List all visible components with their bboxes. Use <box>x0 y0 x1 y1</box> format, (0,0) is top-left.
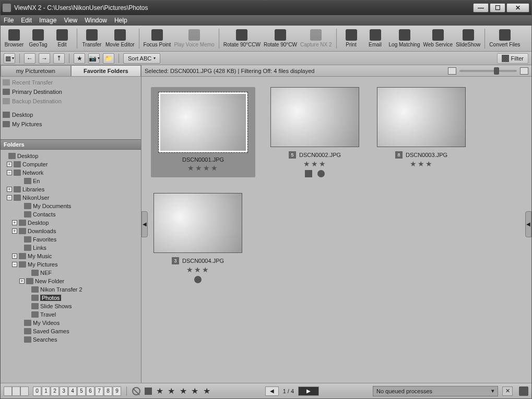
zoom-small-icon[interactable] <box>448 67 456 75</box>
tree-my-videos[interactable]: My Videos <box>2 319 140 327</box>
tree-my-music[interactable]: +My Music <box>2 252 140 260</box>
nav-back-button[interactable]: ← <box>24 53 36 64</box>
maximize-button[interactable]: ☐ <box>490 3 505 13</box>
rating-stars[interactable]: ★ ★ ★ ★ ★ <box>156 386 211 396</box>
expand-icon[interactable]: + <box>7 187 12 192</box>
tree-network[interactable]: −Network <box>2 168 140 177</box>
zoom-large-icon[interactable] <box>520 67 528 75</box>
clear-rating-icon[interactable] <box>132 387 140 395</box>
left-panel-handle[interactable]: ◀ <box>141 211 148 237</box>
tab-picturetown[interactable]: my Picturetown <box>1 65 71 77</box>
folder-action-button[interactable]: 📷 <box>88 53 100 64</box>
process-queue[interactable]: No queued processes▾ <box>373 386 498 396</box>
label-number-5[interactable]: 5 <box>77 386 86 396</box>
tree-libraries[interactable]: +Libraries <box>2 185 140 194</box>
expand-icon[interactable]: + <box>19 279 25 284</box>
tree-nikonuser[interactable]: −NikonUser <box>2 194 140 202</box>
print-button[interactable]: Print <box>341 27 362 51</box>
thumbnail-image[interactable] <box>153 193 242 253</box>
menu-window[interactable]: Window <box>85 17 107 24</box>
tree-nef[interactable]: NEF <box>2 269 140 277</box>
thumbnail-image[interactable] <box>270 87 359 147</box>
focus-point-button[interactable]: Focus Point <box>144 27 171 51</box>
label-number-8[interactable]: 8 <box>104 386 112 396</box>
thumbnail-card[interactable]: 5DSCN0002.JPG★★★ <box>268 87 362 177</box>
collapse-icon[interactable]: − <box>7 195 12 200</box>
expand-icon[interactable]: + <box>12 253 17 259</box>
label-number-1[interactable]: 1 <box>42 386 50 396</box>
nav-forward-button[interactable]: → <box>39 53 50 64</box>
right-panel-handle[interactable]: ◀ <box>525 211 531 237</box>
tab-favorite-folders[interactable]: Favorite Folders <box>71 65 141 77</box>
tree-desktop[interactable]: Desktop <box>2 152 140 160</box>
convert-files-button[interactable]: Convert Files <box>489 27 520 51</box>
view-mode-button[interactable]: ▦ <box>4 53 15 64</box>
tree-travel[interactable]: Travel <box>2 310 140 319</box>
movie-editor-button[interactable]: Movie Editor <box>105 27 135 51</box>
slider-thumb[interactable] <box>494 67 499 75</box>
collapse-icon[interactable]: − <box>7 170 12 175</box>
expand-icon[interactable]: + <box>7 162 12 167</box>
expand-icon[interactable]: + <box>12 228 17 234</box>
thumbnail-card[interactable]: 8DSCN0003.JPG★★★ <box>374 87 468 177</box>
label-number-9[interactable]: 9 <box>113 386 121 396</box>
filter-button[interactable]: Filter <box>497 53 528 64</box>
thumbnail-image[interactable] <box>159 92 247 152</box>
email-button[interactable]: Email <box>365 27 386 51</box>
fav-desktop[interactable]: Desktop <box>3 110 139 119</box>
browser-button[interactable]: Browser <box>4 27 25 51</box>
tree-photos[interactable]: Photos <box>2 294 140 302</box>
trash-rating-icon[interactable] <box>145 388 152 395</box>
label-number-0[interactable]: 0 <box>33 386 41 396</box>
thumbnail-card[interactable]: 3DSCN0004.JPG★★★ <box>151 193 245 283</box>
menu-image[interactable]: Image <box>39 17 56 24</box>
fav-my-pictures[interactable]: My Pictures <box>3 119 139 129</box>
zoom-slider[interactable] <box>459 70 517 72</box>
transfer-button[interactable]: Transfer <box>81 27 102 51</box>
label-number-3[interactable]: 3 <box>60 386 68 396</box>
tree-searches[interactable]: Searches <box>2 335 140 344</box>
label-number-4[interactable]: 4 <box>68 386 77 396</box>
slideshow-button[interactable]: SlideShow <box>456 27 480 51</box>
tree-my-pictures[interactable]: −My Pictures <box>2 260 140 269</box>
web-service-button[interactable]: Web Service <box>423 27 453 51</box>
menu-file[interactable]: File <box>4 17 14 24</box>
edit-button[interactable]: Edit <box>52 27 73 51</box>
tree-saved-games[interactable]: Saved Games <box>2 327 140 335</box>
menu-help[interactable]: Help <box>114 17 127 24</box>
fav-primary-destination[interactable]: Primary Destination <box>3 87 139 96</box>
tree-computer[interactable]: +Computer <box>2 160 140 168</box>
geotag-button[interactable]: GeoTag <box>28 27 49 51</box>
sort-button[interactable]: Sort ABC <box>123 53 160 64</box>
tree-contacts[interactable]: Contacts <box>2 210 140 219</box>
tree-favorites[interactable]: Favorites <box>2 235 140 244</box>
nav-up-button[interactable]: ⤒ <box>53 53 65 64</box>
trash-button[interactable] <box>519 386 528 396</box>
collapse-icon[interactable]: − <box>12 262 17 267</box>
tree-desktop2[interactable]: +Desktop <box>2 219 140 227</box>
thumbnail-card[interactable]: DSCN0001.JPG★★★★ <box>151 87 255 177</box>
tree-links[interactable]: Links <box>2 244 140 252</box>
pager-prev[interactable]: ◀ <box>265 386 279 396</box>
tree-my-documents[interactable]: My Documents <box>2 202 140 210</box>
tree-en[interactable]: En <box>2 177 140 185</box>
label-segments[interactable] <box>4 386 29 396</box>
log-matching-button[interactable]: Log Matching <box>389 27 420 51</box>
pager-play[interactable]: ▶ <box>298 386 319 396</box>
new-folder-button[interactable]: 📁 <box>103 53 114 64</box>
thumbnail-image[interactable] <box>377 87 466 147</box>
rotate-ccw-button[interactable]: Rotate 90°CCW <box>223 27 261 51</box>
tree-nikon-transfer[interactable]: Nikon Transfer 2 <box>2 285 140 294</box>
menu-edit[interactable]: Edit <box>21 17 32 24</box>
queue-cancel-button[interactable]: ✕ <box>502 386 513 396</box>
tree-slide-shows[interactable]: Slide Shows <box>2 302 140 310</box>
rotate-cw-button[interactable]: Rotate 90°CW <box>264 27 297 51</box>
minimize-button[interactable]: — <box>473 3 489 13</box>
label-number-6[interactable]: 6 <box>86 386 94 396</box>
tree-downloads[interactable]: +Downloads <box>2 227 140 235</box>
tree-new-folder[interactable]: +New Folder <box>2 277 140 285</box>
label-number-2[interactable]: 2 <box>51 386 59 396</box>
menu-view[interactable]: View <box>64 17 77 24</box>
close-button[interactable]: ✕ <box>506 3 529 13</box>
label-number-7[interactable]: 7 <box>95 386 103 396</box>
